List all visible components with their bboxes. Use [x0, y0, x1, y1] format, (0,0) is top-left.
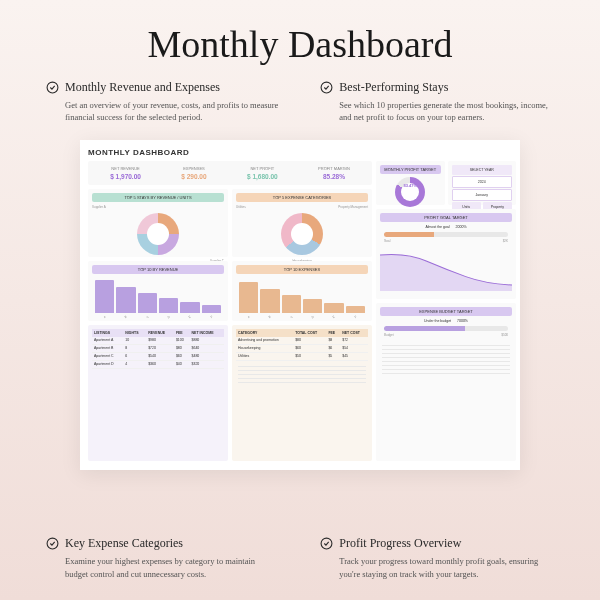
svg-point-0	[47, 82, 58, 93]
card-title: TOP 5 STAYS BY REVENUE / UNITS	[92, 193, 224, 202]
card-title: MONTHLY PROFIT TARGET	[380, 165, 441, 174]
metric-value: 85.28%	[318, 173, 350, 180]
progress-bar	[384, 326, 508, 331]
budget-pct: 7000%	[457, 319, 468, 323]
check-circle-icon	[46, 537, 59, 550]
year-value: 2024	[452, 176, 513, 188]
bar-chart	[92, 277, 224, 313]
feature-best-stays: Best-Performing Stays See which 10 prope…	[320, 80, 554, 124]
dashboard-title: MONTHLY DASHBOARD	[88, 148, 512, 157]
feature-desc: See which 10 properties generate the mos…	[320, 99, 554, 124]
goal-pct: 2000%	[456, 225, 467, 229]
card-title: EXPENSE BUDGET TARGET	[380, 307, 512, 316]
check-circle-icon	[46, 81, 59, 94]
donut-chart-icon	[137, 213, 179, 255]
feature-profit: Profit Progress Overview Track your prog…	[320, 536, 554, 580]
card-title: PROFIT GOAL TARGET	[380, 213, 512, 222]
dashboard-image: MONTHLY DASHBOARD NET REVENUE$ 1,970.00 …	[80, 140, 520, 470]
donut-label: Property Management	[338, 205, 368, 209]
budget-status: Under the budget	[424, 319, 451, 323]
feature-desc: Get an overview of your revenue, costs, …	[46, 99, 280, 124]
metrics-row: NET REVENUE$ 1,970.00 EXPENSES$ 290.00 N…	[88, 161, 372, 185]
area-chart	[380, 243, 512, 291]
metric-label: NET REVENUE	[110, 166, 141, 171]
feature-desc: Track your progress toward monthly profi…	[320, 555, 554, 580]
donut-label: Utilities	[236, 205, 246, 209]
check-circle-icon	[320, 81, 333, 94]
listings-table: LISTINGSNIGHTSREVENUEFEENET INCOMEApartm…	[92, 329, 224, 369]
metric-value: $ 1,970.00	[110, 173, 141, 180]
feature-revenue: Monthly Revenue and Expenses Get an over…	[46, 80, 280, 124]
card-title: TOP 10 BY REVENUE	[92, 265, 224, 274]
donut-chart-icon	[281, 213, 323, 255]
check-circle-icon	[320, 537, 333, 550]
metric-value: $ 1,680.00	[247, 173, 278, 180]
feature-title: Best-Performing Stays	[339, 80, 448, 95]
expenses-table: CATEGORYTOTAL COSTFEENET COSTAdvertising…	[236, 329, 368, 361]
svg-point-1	[321, 82, 332, 93]
svg-point-2	[47, 538, 58, 549]
goal-status: Almost the goal	[425, 225, 449, 229]
donut-label: Supplier A	[92, 205, 106, 209]
feature-title: Monthly Revenue and Expenses	[65, 80, 220, 95]
feature-expenses: Key Expense Categories Examine your high…	[46, 536, 280, 580]
month-value: January	[452, 189, 513, 201]
page-title: Monthly Dashboard	[0, 0, 600, 66]
metric-value: $ 290.00	[181, 173, 206, 180]
profit-pct: 83.47%	[403, 182, 417, 187]
feature-desc: Examine your highest expenses by categor…	[46, 555, 280, 580]
bar-chart	[236, 277, 368, 313]
metric-label: EXPENSES	[181, 166, 206, 171]
card-title: TOP 5 EXPENSE CATEGORIES	[236, 193, 368, 202]
year-select: SELECT YEAR	[452, 165, 513, 175]
svg-point-3	[321, 538, 332, 549]
donut-chart-icon	[395, 177, 425, 207]
progress-bar	[384, 232, 508, 237]
budget-scale: $500	[501, 333, 508, 337]
metric-label: PROFIT MARGIN	[318, 166, 350, 171]
feature-title: Key Expense Categories	[65, 536, 183, 551]
feature-title: Profit Progress Overview	[339, 536, 461, 551]
card-title: TOP 10 EXPENSES	[236, 265, 368, 274]
metric-label: NET PROFIT	[247, 166, 278, 171]
